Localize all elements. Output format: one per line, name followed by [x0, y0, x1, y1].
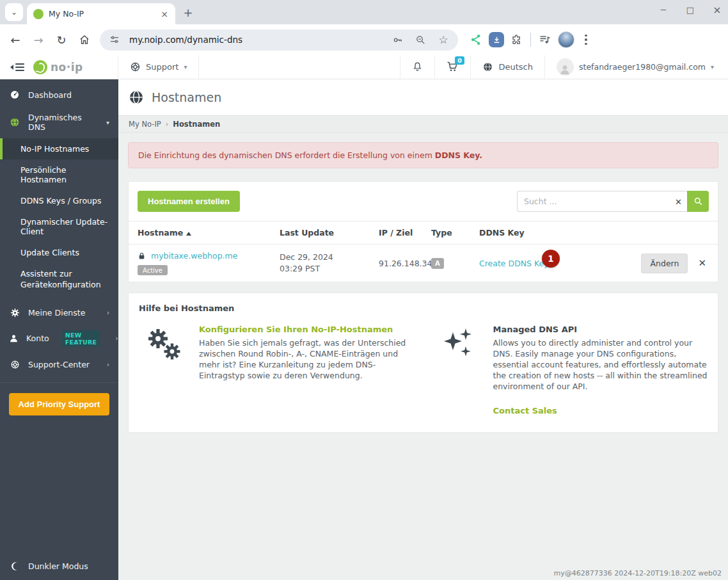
- breadcrumb-current: Hostnamen: [173, 120, 220, 129]
- user-icon: [9, 334, 19, 343]
- gauge-icon: [9, 90, 20, 100]
- last-update-time: 03:29 PST: [280, 263, 376, 275]
- table-row: mybitaxe.webhop.me Active Dec 29, 2024 0…: [129, 245, 718, 282]
- url-text[interactable]: my.noip.com/dynamic-dns: [129, 35, 383, 45]
- column-header-ip[interactable]: IP / Ziel: [379, 222, 431, 244]
- sidebar-item-meine-dienste[interactable]: Meine Dienste ›: [0, 302, 118, 324]
- support-menu[interactable]: Support ▾: [118, 55, 199, 79]
- life-ring-icon: [9, 360, 20, 369]
- reload-button[interactable]: ↻: [51, 29, 72, 50]
- column-header-ddns-key[interactable]: DDNS Key: [479, 222, 633, 244]
- browser-profile-avatar[interactable]: [558, 31, 574, 48]
- search-clear-icon[interactable]: ✕: [675, 197, 682, 206]
- window-minimize-button[interactable]: ─: [659, 5, 668, 15]
- chevron-down-icon: ⌄: [11, 8, 17, 17]
- media-playlist-icon[interactable]: [539, 33, 551, 46]
- create-ddns-key-link[interactable]: Create DDNS Key: [479, 259, 549, 268]
- new-feature-badge: NEW FEATURE: [62, 330, 100, 347]
- page-title: Hostnamen: [152, 90, 221, 104]
- managed-dns-title: Managed DNS API: [493, 325, 708, 334]
- globe-green-icon: [9, 117, 20, 127]
- noip-logo-icon: [33, 60, 47, 74]
- back-button[interactable]: ←: [5, 29, 26, 50]
- sidebar-item-label: Meine Dienste: [28, 308, 99, 318]
- delete-row-icon[interactable]: ✕: [698, 257, 706, 269]
- window-maximize-button[interactable]: □: [686, 5, 695, 15]
- window-close-button[interactable]: ×: [713, 4, 722, 16]
- page-header: Hostnamen: [118, 79, 728, 115]
- zoom-out-icon[interactable]: [412, 31, 429, 48]
- breadcrumb: My No-IP › Hostnamen: [118, 115, 728, 133]
- home-icon: [79, 34, 90, 45]
- extensions-icon[interactable]: [510, 34, 523, 46]
- create-hostname-button[interactable]: Hostnamen erstellen: [138, 191, 240, 212]
- user-avatar: [557, 58, 574, 76]
- breadcrumb-separator: ›: [166, 120, 169, 129]
- sidebar-item-dynamic-dns[interactable]: Dynamisches DNS ▾: [0, 106, 118, 138]
- sidebar-item-dashboard[interactable]: Dashboard: [0, 83, 118, 106]
- sidebar-item-device-wizard[interactable]: Assistent zur Gerätekonfiguration: [0, 263, 102, 296]
- hostname-link[interactable]: mybitaxe.webhop.me: [151, 251, 237, 261]
- sidebar-item-label: Support-Center: [28, 360, 99, 369]
- sidebar-item-ddns-keys[interactable]: DDNS Keys / Groups: [0, 190, 118, 211]
- help-section: Hilfe bei Hostnamen: [128, 293, 718, 433]
- new-tab-button[interactable]: +: [179, 3, 197, 21]
- plus-icon: +: [183, 6, 193, 19]
- tab-search-button[interactable]: ⌄: [5, 3, 23, 21]
- contact-sales-link[interactable]: Contact Sales: [493, 406, 557, 415]
- configure-hostname-body: Haben Sie sich jemals gefragt, was der U…: [199, 338, 414, 382]
- browser-tab-strip: ⌄ My No-IP × + ─ □ ×: [0, 0, 728, 24]
- breadcrumb-root[interactable]: My No-IP: [129, 120, 161, 129]
- sidebar-item-update-clients[interactable]: Update Clients: [0, 242, 118, 263]
- main-content: Hostnamen My No-IP › Hostnamen Die Einri…: [118, 79, 728, 580]
- share-icon[interactable]: [470, 33, 482, 46]
- download-icon[interactable]: [489, 32, 504, 47]
- globe-icon: [482, 61, 493, 72]
- configure-hostname-link[interactable]: Konfigurieren Sie Ihren No-IP-Hostnamen: [199, 325, 393, 334]
- type-cell: A: [431, 252, 479, 275]
- last-update-date: Dec 29, 2024: [280, 252, 376, 263]
- table-header: Hostname Last Update IP / Ziel Type DDNS…: [129, 221, 718, 245]
- site-settings-icon[interactable]: [106, 31, 123, 48]
- address-bar[interactable]: my.noip.com/dynamic-dns ☆: [100, 29, 458, 51]
- sidebar-item-personal-hostnames[interactable]: Persönliche Hostnamen: [0, 159, 118, 190]
- search-input[interactable]: [517, 191, 687, 212]
- chevron-right-icon: ›: [107, 361, 109, 368]
- home-button[interactable]: [74, 29, 95, 50]
- gear-icon: [9, 308, 20, 318]
- dark-mode-label: Dunkler Modus: [28, 561, 88, 571]
- sidebar-item-noip-hostnames[interactable]: No-IP Hostnames: [0, 138, 118, 159]
- column-header-last-update[interactable]: Last Update: [280, 222, 379, 244]
- user-email: stefandraeger1980@gmail.com: [579, 62, 706, 72]
- sidebar-item-konto[interactable]: Konto NEW FEATURE ›: [0, 324, 118, 353]
- sidebar-collapse-icon[interactable]: [10, 63, 24, 71]
- search-button[interactable]: [687, 191, 709, 212]
- password-key-icon[interactable]: [389, 31, 406, 48]
- cart-button[interactable]: 0: [434, 55, 470, 79]
- edit-button[interactable]: Ändern: [641, 254, 688, 273]
- sidebar-item-support-center[interactable]: Support-Center ›: [0, 353, 118, 376]
- language-menu[interactable]: Deutsch: [470, 55, 544, 79]
- dark-mode-toggle[interactable]: Dunkler Modus: [0, 552, 118, 580]
- browser-menu-icon[interactable]: [581, 32, 594, 48]
- status-badge: Active: [138, 265, 168, 275]
- sidebar-item-update-client[interactable]: Dynamischer Update-Client: [0, 211, 118, 242]
- browser-tab[interactable]: My No-IP ×: [27, 3, 175, 24]
- column-header-type[interactable]: Type: [431, 222, 479, 244]
- column-header-hostname[interactable]: Hostname: [138, 222, 280, 244]
- forward-button[interactable]: →: [28, 29, 49, 50]
- language-label: Deutsch: [498, 62, 533, 72]
- add-priority-support-button[interactable]: Add Priority Support: [9, 393, 109, 415]
- tab-close-icon[interactable]: ×: [159, 8, 170, 20]
- user-menu[interactable]: stefandraeger1980@gmail.com ▾: [544, 55, 728, 79]
- moon-icon: [9, 561, 20, 571]
- chevron-right-icon: ›: [115, 335, 118, 342]
- alert-bold-text: DDNS Key.: [435, 150, 482, 160]
- alert-text: Die Einrichtung des dynamischen DNS erfo…: [138, 150, 432, 160]
- noip-logo[interactable]: no·ip: [33, 60, 83, 74]
- notifications-button[interactable]: [400, 55, 434, 79]
- support-label: Support: [146, 62, 178, 72]
- life-ring-icon: [130, 61, 141, 72]
- managed-dns-body: Allows you to directly administer and co…: [493, 338, 708, 392]
- bookmark-star-icon[interactable]: ☆: [435, 31, 452, 48]
